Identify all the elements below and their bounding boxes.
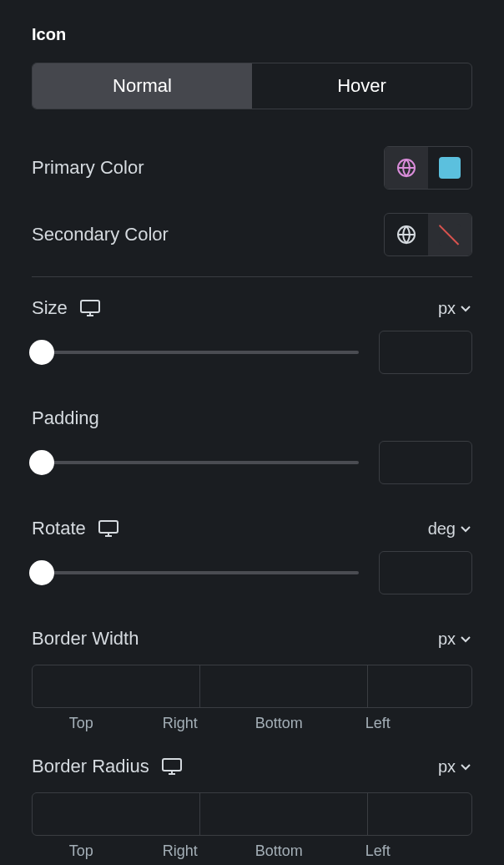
primary-color-swatch <box>439 157 461 179</box>
rotate-label-group: Rotate <box>32 518 119 539</box>
rotate-row: Rotate deg <box>32 506 472 551</box>
border-radius-label: Border Radius <box>32 756 149 777</box>
size-slider-thumb[interactable] <box>29 340 54 365</box>
border-radius-left-label: Left <box>329 842 428 860</box>
border-width-side-labels: Top Right Bottom Left <box>32 715 472 732</box>
border-width-row: Border Width px <box>32 616 472 661</box>
border-radius-right-label: Right <box>131 842 230 860</box>
secondary-color-row: Secondary Color <box>32 201 472 268</box>
border-radius-bottom-label: Bottom <box>229 842 329 860</box>
chevron-down-icon <box>459 760 472 773</box>
size-label-group: Size <box>32 297 101 319</box>
rotate-label: Rotate <box>32 518 86 539</box>
border-width-bottom-input[interactable] <box>368 665 472 707</box>
border-width-left-label: Left <box>329 715 428 732</box>
monitor-icon[interactable] <box>79 299 101 317</box>
chevron-down-icon <box>459 522 472 535</box>
secondary-color-swatch-button[interactable] <box>428 214 471 255</box>
padding-row: Padding <box>32 396 472 441</box>
border-radius-right-input[interactable] <box>200 793 368 835</box>
border-radius-side-labels: Top Right Bottom Left <box>32 842 472 860</box>
size-slider-row <box>32 331 472 374</box>
size-label: Size <box>32 297 68 319</box>
border-radius-label-group: Border Radius <box>32 756 183 777</box>
padding-slider-thumb[interactable] <box>29 450 54 475</box>
divider <box>32 276 472 277</box>
border-radius-unit: px <box>438 757 456 776</box>
size-input[interactable] <box>379 331 472 374</box>
size-unit-select[interactable]: px <box>438 299 472 318</box>
svg-rect-4 <box>81 301 99 312</box>
rotate-slider-row <box>32 551 472 594</box>
chevron-down-icon <box>459 632 472 645</box>
svg-rect-7 <box>99 521 118 533</box>
rotate-unit-select[interactable]: deg <box>428 519 472 539</box>
tab-normal[interactable]: Normal <box>33 63 252 109</box>
border-width-top-label: Top <box>32 715 131 732</box>
padding-slider-row <box>32 441 472 484</box>
border-width-right-input[interactable] <box>200 665 368 707</box>
padding-slider[interactable] <box>32 461 359 464</box>
border-radius-bottom-input[interactable] <box>368 793 472 835</box>
monitor-icon[interactable] <box>161 757 183 776</box>
rotate-slider-thumb[interactable] <box>29 560 54 585</box>
secondary-color-controls <box>384 213 472 256</box>
monitor-icon[interactable] <box>98 519 119 538</box>
section-title: Icon <box>32 25 472 44</box>
border-width-label: Border Width <box>32 628 139 650</box>
border-radius-top-label: Top <box>32 842 131 860</box>
svg-rect-10 <box>163 759 181 771</box>
border-radius-inputs <box>32 792 472 836</box>
padding-input[interactable] <box>379 441 472 484</box>
global-color-button[interactable] <box>385 147 428 189</box>
globe-icon <box>396 158 416 178</box>
state-tabs: Normal Hover <box>32 63 472 109</box>
rotate-input[interactable] <box>379 551 472 594</box>
chevron-down-icon <box>459 301 472 315</box>
border-radius-top-input[interactable] <box>33 793 200 835</box>
secondary-color-label: Secondary Color <box>32 224 169 245</box>
padding-label: Padding <box>32 407 99 429</box>
rotate-slider[interactable] <box>32 571 359 574</box>
border-width-top-input[interactable] <box>33 665 200 707</box>
border-radius-unit-select[interactable]: px <box>438 757 472 776</box>
global-color-button[interactable] <box>385 214 428 255</box>
tab-hover[interactable]: Hover <box>252 63 471 109</box>
border-width-unit-select[interactable]: px <box>438 630 472 649</box>
size-slider[interactable] <box>32 351 359 354</box>
empty-color-swatch <box>439 224 461 245</box>
rotate-unit: deg <box>428 519 456 539</box>
border-radius-row: Border Radius px <box>32 744 472 789</box>
border-width-right-label: Right <box>131 715 230 732</box>
primary-color-row: Primary Color <box>32 134 472 201</box>
border-width-inputs <box>32 665 472 708</box>
primary-color-label: Primary Color <box>32 157 144 179</box>
size-row: Size px <box>32 286 472 331</box>
globe-icon <box>396 225 416 245</box>
border-width-bottom-label: Bottom <box>229 715 329 732</box>
size-unit: px <box>438 299 456 318</box>
border-width-unit: px <box>438 630 456 649</box>
primary-color-controls <box>384 146 472 190</box>
primary-color-swatch-button[interactable] <box>428 147 471 189</box>
